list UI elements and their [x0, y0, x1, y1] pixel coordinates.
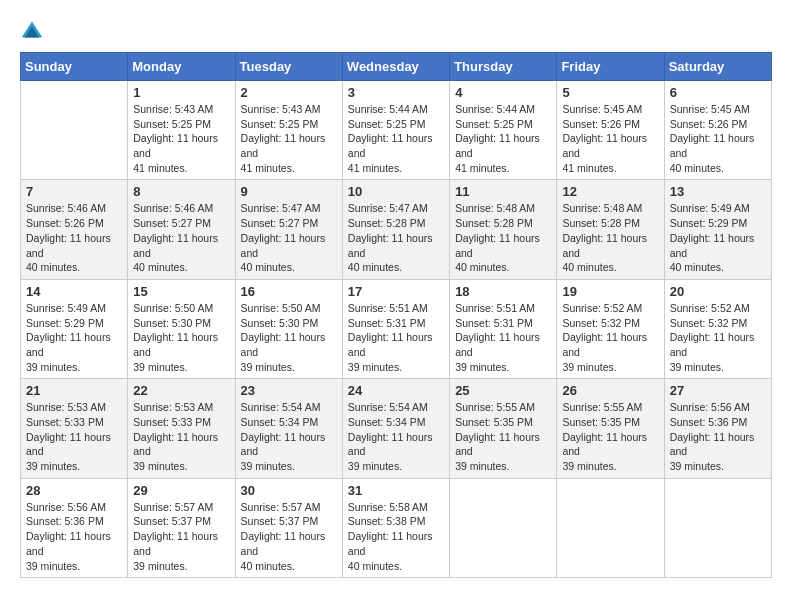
calendar-cell: 6Sunrise: 5:45 AMSunset: 5:26 PMDaylight…: [664, 81, 771, 180]
day-number: 8: [133, 184, 229, 199]
day-info: Sunrise: 5:56 AMSunset: 5:36 PMDaylight:…: [26, 500, 122, 573]
calendar-cell: 4Sunrise: 5:44 AMSunset: 5:25 PMDaylight…: [450, 81, 557, 180]
day-number: 13: [670, 184, 766, 199]
day-number: 3: [348, 85, 444, 100]
day-number: 12: [562, 184, 658, 199]
day-info: Sunrise: 5:45 AMSunset: 5:26 PMDaylight:…: [670, 102, 766, 175]
day-number: 4: [455, 85, 551, 100]
calendar-cell: 30Sunrise: 5:57 AMSunset: 5:37 PMDayligh…: [235, 478, 342, 577]
calendar-table: SundayMondayTuesdayWednesdayThursdayFrid…: [20, 52, 772, 578]
day-info: Sunrise: 5:50 AMSunset: 5:30 PMDaylight:…: [241, 301, 337, 374]
day-number: 5: [562, 85, 658, 100]
day-info: Sunrise: 5:48 AMSunset: 5:28 PMDaylight:…: [562, 201, 658, 274]
day-number: 19: [562, 284, 658, 299]
calendar-cell: 15Sunrise: 5:50 AMSunset: 5:30 PMDayligh…: [128, 279, 235, 378]
logo: [20, 20, 48, 44]
day-number: 15: [133, 284, 229, 299]
day-info: Sunrise: 5:53 AMSunset: 5:33 PMDaylight:…: [133, 400, 229, 473]
calendar-cell: 5Sunrise: 5:45 AMSunset: 5:26 PMDaylight…: [557, 81, 664, 180]
day-info: Sunrise: 5:51 AMSunset: 5:31 PMDaylight:…: [455, 301, 551, 374]
calendar-cell: 26Sunrise: 5:55 AMSunset: 5:35 PMDayligh…: [557, 379, 664, 478]
day-info: Sunrise: 5:57 AMSunset: 5:37 PMDaylight:…: [241, 500, 337, 573]
day-info: Sunrise: 5:49 AMSunset: 5:29 PMDaylight:…: [26, 301, 122, 374]
day-number: 25: [455, 383, 551, 398]
calendar-cell: 14Sunrise: 5:49 AMSunset: 5:29 PMDayligh…: [21, 279, 128, 378]
calendar-cell: 11Sunrise: 5:48 AMSunset: 5:28 PMDayligh…: [450, 180, 557, 279]
calendar-cell: 19Sunrise: 5:52 AMSunset: 5:32 PMDayligh…: [557, 279, 664, 378]
logo-icon: [20, 20, 44, 44]
day-info: Sunrise: 5:49 AMSunset: 5:29 PMDaylight:…: [670, 201, 766, 274]
day-info: Sunrise: 5:48 AMSunset: 5:28 PMDaylight:…: [455, 201, 551, 274]
day-info: Sunrise: 5:43 AMSunset: 5:25 PMDaylight:…: [133, 102, 229, 175]
calendar-cell: 1Sunrise: 5:43 AMSunset: 5:25 PMDaylight…: [128, 81, 235, 180]
day-info: Sunrise: 5:46 AMSunset: 5:26 PMDaylight:…: [26, 201, 122, 274]
day-info: Sunrise: 5:56 AMSunset: 5:36 PMDaylight:…: [670, 400, 766, 473]
day-number: 30: [241, 483, 337, 498]
page-header: [20, 20, 772, 44]
day-number: 18: [455, 284, 551, 299]
day-info: Sunrise: 5:54 AMSunset: 5:34 PMDaylight:…: [241, 400, 337, 473]
day-number: 21: [26, 383, 122, 398]
day-number: 17: [348, 284, 444, 299]
calendar-cell: 2Sunrise: 5:43 AMSunset: 5:25 PMDaylight…: [235, 81, 342, 180]
day-number: 20: [670, 284, 766, 299]
day-number: 9: [241, 184, 337, 199]
day-info: Sunrise: 5:44 AMSunset: 5:25 PMDaylight:…: [455, 102, 551, 175]
day-number: 14: [26, 284, 122, 299]
day-info: Sunrise: 5:54 AMSunset: 5:34 PMDaylight:…: [348, 400, 444, 473]
calendar-week-row: 21Sunrise: 5:53 AMSunset: 5:33 PMDayligh…: [21, 379, 772, 478]
day-info: Sunrise: 5:52 AMSunset: 5:32 PMDaylight:…: [670, 301, 766, 374]
day-number: 23: [241, 383, 337, 398]
calendar-cell: 29Sunrise: 5:57 AMSunset: 5:37 PMDayligh…: [128, 478, 235, 577]
weekday-header-friday: Friday: [557, 53, 664, 81]
day-number: 26: [562, 383, 658, 398]
weekday-header-saturday: Saturday: [664, 53, 771, 81]
day-info: Sunrise: 5:58 AMSunset: 5:38 PMDaylight:…: [348, 500, 444, 573]
day-info: Sunrise: 5:52 AMSunset: 5:32 PMDaylight:…: [562, 301, 658, 374]
calendar-week-row: 14Sunrise: 5:49 AMSunset: 5:29 PMDayligh…: [21, 279, 772, 378]
calendar-cell: 27Sunrise: 5:56 AMSunset: 5:36 PMDayligh…: [664, 379, 771, 478]
calendar-cell: 9Sunrise: 5:47 AMSunset: 5:27 PMDaylight…: [235, 180, 342, 279]
calendar-cell: 10Sunrise: 5:47 AMSunset: 5:28 PMDayligh…: [342, 180, 449, 279]
calendar-cell: 23Sunrise: 5:54 AMSunset: 5:34 PMDayligh…: [235, 379, 342, 478]
weekday-header-monday: Monday: [128, 53, 235, 81]
day-number: 7: [26, 184, 122, 199]
weekday-header-tuesday: Tuesday: [235, 53, 342, 81]
calendar-cell: 8Sunrise: 5:46 AMSunset: 5:27 PMDaylight…: [128, 180, 235, 279]
day-number: 11: [455, 184, 551, 199]
calendar-cell: 21Sunrise: 5:53 AMSunset: 5:33 PMDayligh…: [21, 379, 128, 478]
weekday-header-sunday: Sunday: [21, 53, 128, 81]
day-number: 10: [348, 184, 444, 199]
calendar-week-row: 7Sunrise: 5:46 AMSunset: 5:26 PMDaylight…: [21, 180, 772, 279]
day-number: 16: [241, 284, 337, 299]
calendar-cell: [557, 478, 664, 577]
calendar-cell: 28Sunrise: 5:56 AMSunset: 5:36 PMDayligh…: [21, 478, 128, 577]
day-info: Sunrise: 5:47 AMSunset: 5:28 PMDaylight:…: [348, 201, 444, 274]
calendar-cell: 16Sunrise: 5:50 AMSunset: 5:30 PMDayligh…: [235, 279, 342, 378]
day-number: 1: [133, 85, 229, 100]
calendar-cell: [664, 478, 771, 577]
day-info: Sunrise: 5:51 AMSunset: 5:31 PMDaylight:…: [348, 301, 444, 374]
day-info: Sunrise: 5:43 AMSunset: 5:25 PMDaylight:…: [241, 102, 337, 175]
day-info: Sunrise: 5:55 AMSunset: 5:35 PMDaylight:…: [455, 400, 551, 473]
day-info: Sunrise: 5:45 AMSunset: 5:26 PMDaylight:…: [562, 102, 658, 175]
calendar-cell: 18Sunrise: 5:51 AMSunset: 5:31 PMDayligh…: [450, 279, 557, 378]
day-number: 2: [241, 85, 337, 100]
day-info: Sunrise: 5:47 AMSunset: 5:27 PMDaylight:…: [241, 201, 337, 274]
day-number: 22: [133, 383, 229, 398]
calendar-cell: 7Sunrise: 5:46 AMSunset: 5:26 PMDaylight…: [21, 180, 128, 279]
day-info: Sunrise: 5:55 AMSunset: 5:35 PMDaylight:…: [562, 400, 658, 473]
calendar-cell: 3Sunrise: 5:44 AMSunset: 5:25 PMDaylight…: [342, 81, 449, 180]
weekday-header-wednesday: Wednesday: [342, 53, 449, 81]
day-info: Sunrise: 5:57 AMSunset: 5:37 PMDaylight:…: [133, 500, 229, 573]
calendar-cell: 24Sunrise: 5:54 AMSunset: 5:34 PMDayligh…: [342, 379, 449, 478]
calendar-week-row: 1Sunrise: 5:43 AMSunset: 5:25 PMDaylight…: [21, 81, 772, 180]
day-number: 31: [348, 483, 444, 498]
day-info: Sunrise: 5:53 AMSunset: 5:33 PMDaylight:…: [26, 400, 122, 473]
day-number: 27: [670, 383, 766, 398]
day-number: 29: [133, 483, 229, 498]
calendar-cell: 12Sunrise: 5:48 AMSunset: 5:28 PMDayligh…: [557, 180, 664, 279]
calendar-cell: [21, 81, 128, 180]
calendar-cell: 25Sunrise: 5:55 AMSunset: 5:35 PMDayligh…: [450, 379, 557, 478]
day-info: Sunrise: 5:44 AMSunset: 5:25 PMDaylight:…: [348, 102, 444, 175]
